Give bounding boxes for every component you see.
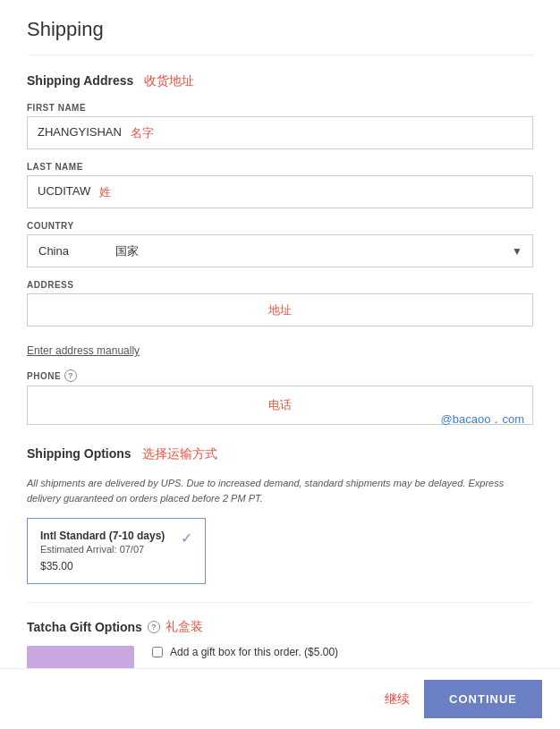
country-select-wrapper: China 国家 ▼ [27,234,533,267]
shipping-option-info: Intl Standard (7-10 days) Estimated Arri… [40,530,172,572]
address-label: ADDRESS [27,280,533,290]
gift-options-header: Tatcha Gift Options ? 礼盒装 [27,619,533,635]
continue-button[interactable]: CONTINUE [424,680,542,718]
country-field-group: COUNTRY China 国家 ▼ [27,221,533,267]
last-name-label: LAST NAME [27,162,533,172]
phone-input[interactable] [27,386,533,425]
shipping-option-name: Intl Standard (7-10 days) [40,530,172,542]
first-name-label: FIRST NAME [27,103,533,113]
address-field-group: ADDRESS 地址 [27,280,533,326]
shipping-address-section: Shipping Address 收货地址 FIRST NAME ZHANGYI… [27,73,533,425]
address-input[interactable] [27,293,533,326]
page-title: Shipping [27,18,533,55]
phone-label: PHONE ? [27,369,533,382]
continue-zh-label: 继续 [385,691,410,708]
phone-field-group: PHONE ? 电话 [27,369,533,425]
enter-address-manually-link[interactable]: Enter address manually [27,344,140,357]
shipping-options-header: Shipping Options 选择运输方式 [27,446,533,462]
shipping-option-card[interactable]: Intl Standard (7-10 days) Estimated Arri… [27,518,206,584]
country-select[interactable]: China 国家 [27,234,533,267]
first-name-input[interactable] [27,116,533,149]
shipping-option-arrival: Estimated Arrival: 07/07 [40,544,172,555]
shipping-notice: All shipments are delivered by UPS. Due … [27,476,533,505]
shipping-options-section: Shipping Options 选择运输方式 All shipments ar… [27,446,533,584]
first-name-field-group: FIRST NAME ZHANGYISHAN 名字 [27,103,533,149]
country-label: COUNTRY [27,221,533,231]
phone-info-icon[interactable]: ? [64,369,77,382]
gift-info-icon[interactable]: ? [148,621,160,633]
last-name-input[interactable] [27,175,533,208]
gift-checkbox-label[interactable]: Add a gift box for this order. ($5.00) [170,646,338,658]
last-name-field-group: LAST NAME UCDITAW 姓 [27,162,533,208]
check-icon: ✓ [181,530,192,547]
shipping-option-price: $35.00 [40,560,172,572]
shipping-address-header: Shipping Address 收货地址 [27,73,533,89]
gift-checkbox[interactable] [152,647,163,657]
bottom-bar: 继续 CONTINUE [0,668,560,729]
gift-checkbox-row: Add a gift box for this order. ($5.00) [152,646,338,658]
